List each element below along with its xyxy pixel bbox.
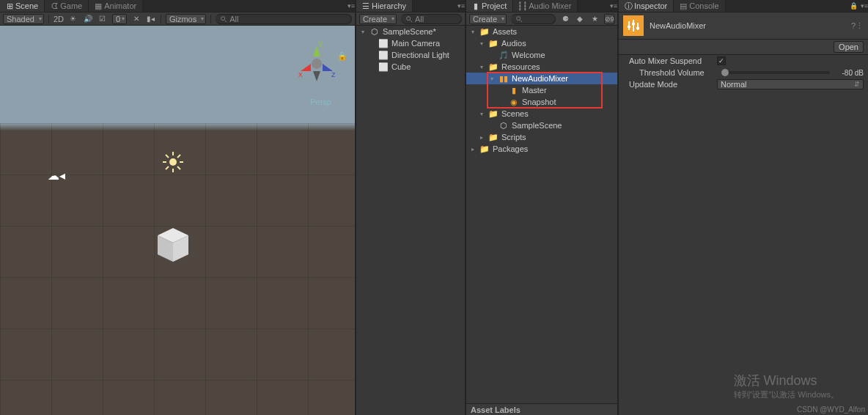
create-dropdown[interactable]: Create <box>469 14 507 24</box>
hidden-count[interactable]: ⊘9 <box>604 14 614 24</box>
tab-hierarchy[interactable]: ☰ Hierarchy <box>356 0 413 12</box>
item-label: Audios <box>501 39 526 48</box>
project-toolbar: Create ⚈ ◆ ★ ⊘9 <box>466 12 617 26</box>
panel-menu-icon[interactable]: ▾≡ <box>861 2 868 10</box>
search-icon <box>405 15 413 23</box>
tree-item-assets[interactable]: ▾📁Assets <box>466 26 617 37</box>
filter-icon[interactable]: ⚈ <box>560 14 570 24</box>
gizmos-dropdown[interactable]: Gizmos <box>166 14 206 24</box>
expand-arrow-icon[interactable]: ▾ <box>478 40 485 47</box>
help-icon[interactable]: ?⋮ <box>851 21 864 31</box>
scene-tabs: ⊞ Scene ᗧ Game ▦ Animator ▾≡ <box>0 0 355 12</box>
hierarchy-search[interactable]: All <box>401 14 462 24</box>
snap-icon: ◉ <box>509 98 519 107</box>
panel-menu-icon[interactable]: ▾≡ <box>347 2 355 10</box>
go-icon: ⬜ <box>378 62 389 72</box>
scene-search[interactable]: All <box>216 14 352 24</box>
audio-mixer-icon <box>623 15 644 36</box>
svg-rect-30 <box>632 23 635 25</box>
tree-item-packages[interactable]: ▸📁Packages <box>466 143 617 155</box>
grid-icon: ⊞ <box>6 2 13 10</box>
credit-watermark: CSDN @WYD_Alfon <box>797 405 865 414</box>
svg-line-18 <box>177 155 180 158</box>
cube-mesh[interactable] <box>150 222 196 268</box>
hidden-dropdown[interactable]: 0 <box>112 14 127 24</box>
save-filter-icon[interactable]: ★ <box>589 14 600 24</box>
create-dropdown[interactable]: Create <box>359 14 397 24</box>
svg-marker-3 <box>313 71 320 81</box>
expand-arrow-icon[interactable]: ▾ <box>488 76 496 82</box>
inspector-tabs: ⓘ Inspector ▤ Console 🔒 ▾≡ <box>619 0 868 12</box>
search-icon <box>220 15 227 23</box>
tree-item-samplescene[interactable]: ⬡SampleScene <box>466 120 617 131</box>
light-gizmo-icon <box>161 150 185 174</box>
svg-point-22 <box>407 16 411 20</box>
item-label: Resources <box>501 62 540 71</box>
tree-item-snapshot[interactable]: ◉Snapshot <box>466 96 617 108</box>
camera-icon[interactable]: ▮◂ <box>146 14 156 24</box>
tree-item-newaudiomixer[interactable]: ▾▮▮NewAudioMixer <box>466 73 617 84</box>
label-filter-icon[interactable]: ◆ <box>575 14 585 24</box>
tab-console[interactable]: ▤ Console <box>674 0 725 12</box>
expand-arrow-icon[interactable]: ▸ <box>469 146 477 153</box>
fx-icon[interactable]: ☑ <box>98 14 108 24</box>
console-icon: ▤ <box>680 2 687 10</box>
orientation-gizmo[interactable]: y x z <box>293 40 340 87</box>
expand-arrow-icon[interactable]: ▾ <box>478 64 485 70</box>
panel-menu-icon[interactable]: ▾≡ <box>610 2 617 10</box>
tree-item-master[interactable]: ▮Master <box>466 84 617 96</box>
svg-point-6 <box>312 59 322 69</box>
item-label: Welcome <box>512 51 545 59</box>
windows-watermark: 激活 Windows 转到"设置"以激活 Windows。 <box>734 372 839 400</box>
expand-arrow-icon[interactable]: ▾ <box>469 29 477 35</box>
svg-point-10 <box>169 158 177 166</box>
expand-arrow-icon[interactable]: ▸ <box>478 134 485 141</box>
threshold-label: Threshold Volume <box>629 68 717 77</box>
project-search[interactable] <box>511 14 556 24</box>
inspector-header: NewAudioMixer ?⋮ <box>619 12 868 40</box>
auto-suspend-checkbox[interactable]: ✓ <box>717 56 726 65</box>
scene-view[interactable]: 🔒 y x z Persp ☁◂ <box>0 26 355 415</box>
scene-toolbar: Shaded 2D ☀ 🔊 ☑ 0 ✕ ▮◂ Gizmos All <box>0 12 355 26</box>
tree-item-main-camera[interactable]: ⬜Main Camera <box>356 37 465 49</box>
threshold-slider[interactable] <box>721 71 830 74</box>
tab-game[interactable]: ᗧ Game <box>45 0 89 12</box>
tab-inspector[interactable]: ⓘ Inspector <box>619 0 674 12</box>
item-label: Master <box>522 86 547 95</box>
hierarchy-toolbar: Create All <box>356 12 465 26</box>
audio-icon[interactable]: 🔊 <box>83 14 93 24</box>
project-tabs: ▮ Project ┇┇ Audio Mixer ▾≡ <box>466 0 617 12</box>
camera-gizmo-icon: ☁◂ <box>48 169 65 183</box>
tree-item-cube[interactable]: ⬜Cube <box>356 61 465 73</box>
tab-scene[interactable]: ⊞ Scene <box>0 0 45 12</box>
tab-project[interactable]: ▮ Project <box>466 0 513 12</box>
unity-icon: ⬡ <box>499 121 509 131</box>
lock-icon[interactable]: 🔒 <box>850 2 858 10</box>
project-icon: ▮ <box>472 2 479 10</box>
item-label: Directional Light <box>391 51 449 59</box>
tree-item-resources[interactable]: ▾📁Resources <box>466 61 617 73</box>
shading-mode-dropdown[interactable]: Shaded <box>3 14 44 24</box>
tab-animator[interactable]: ▦ Animator <box>89 0 143 12</box>
folder-icon: 📁 <box>479 144 490 154</box>
folder-icon: 📁 <box>488 109 499 119</box>
tree-item-samplescene-[interactable]: ▾⬡SampleScene* <box>356 26 465 37</box>
expand-arrow-icon[interactable]: ▾ <box>359 29 367 35</box>
panel-menu-icon[interactable]: ▾≡ <box>457 2 465 10</box>
tree-item-welcome[interactable]: 🎵Welcome <box>466 49 617 61</box>
go-icon: ⬜ <box>378 39 389 48</box>
tree-item-audios[interactable]: ▾📁Audios <box>466 37 617 49</box>
lighting-icon[interactable]: ☀ <box>68 14 78 24</box>
update-mode-select[interactable]: Normal <box>717 79 864 89</box>
svg-line-1 <box>225 20 227 22</box>
tree-item-scripts[interactable]: ▸📁Scripts <box>466 131 617 143</box>
tree-item-scenes[interactable]: ▾📁Scenes <box>466 108 617 120</box>
tree-item-directional-light[interactable]: ⬜Directional Light <box>356 49 465 61</box>
tools-icon[interactable]: ✕ <box>131 14 141 24</box>
open-button[interactable]: Open <box>834 41 864 53</box>
expand-arrow-icon[interactable]: ▾ <box>478 111 485 117</box>
tab-audio-mixer[interactable]: ┇┇ Audio Mixer <box>513 0 578 12</box>
svg-point-0 <box>221 16 225 20</box>
folder-icon: 📁 <box>488 62 499 72</box>
mode-2d-toggle[interactable]: 2D <box>54 14 64 24</box>
